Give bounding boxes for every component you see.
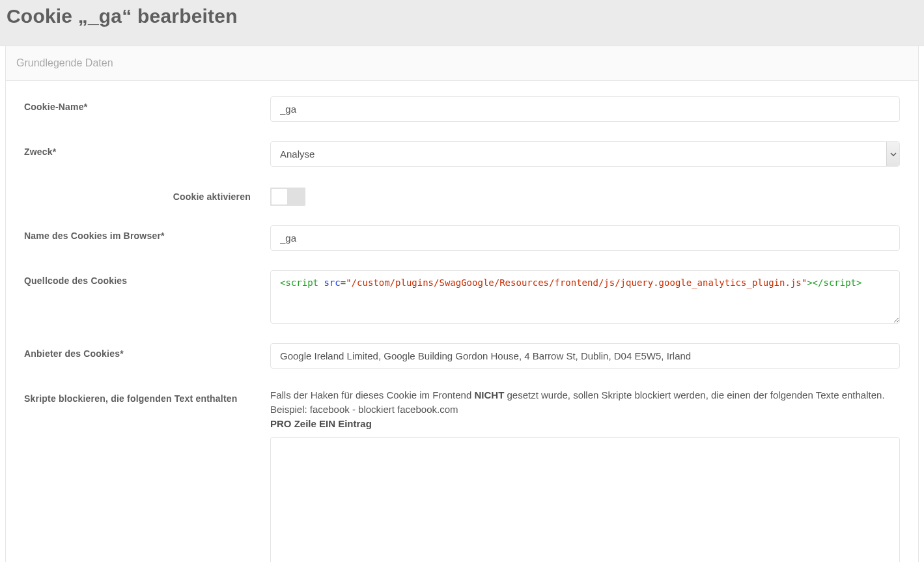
card-basic-data: Grundlegende Daten Cookie-Name* Zweck* C… — [5, 46, 919, 562]
code-tag-close-2: ipt> — [840, 277, 862, 288]
code-val: "/custom/plugins/SwagGoogle/Resources/fr… — [346, 277, 807, 288]
card-body: Cookie-Name* Zweck* Cookie aktivieren — [6, 81, 918, 562]
row-source-code: Quellcode des Cookies <script src="/cust… — [24, 270, 900, 324]
browser-name-input[interactable] — [270, 225, 900, 251]
label-cookie-name: Cookie-Name* — [24, 96, 270, 112]
code-eq: = — [341, 277, 346, 288]
row-browser-name: Name des Cookies im Browser* — [24, 225, 900, 251]
row-cookie-name: Cookie-Name* — [24, 96, 900, 122]
help-text-1b: NICHT — [474, 389, 504, 400]
label-purpose: Zweck* — [24, 141, 270, 157]
label-browser-name: Name des Cookies im Browser* — [24, 225, 270, 241]
row-block-scripts: Skripte blockieren, die folgenden Text e… — [24, 388, 900, 562]
label-block-scripts: Skripte blockieren, die folgenden Text e… — [24, 388, 270, 404]
chevron-down-icon[interactable] — [886, 142, 899, 166]
help-text-1a: Falls der Haken für dieses Cookie im Fro… — [270, 389, 474, 400]
activate-toggle[interactable] — [270, 188, 305, 206]
source-code-editor[interactable]: <script src="/custom/plugins/SwagGoogle/… — [270, 270, 900, 324]
purpose-select-value[interactable] — [270, 141, 900, 167]
row-provider: Anbieter des Cookies* — [24, 343, 900, 369]
code-tag-close-1: ></scr — [807, 277, 840, 288]
page-title: Cookie „_ga“ bearbeiten — [7, 5, 917, 27]
code-attr: src — [324, 277, 340, 288]
cookie-name-input[interactable] — [270, 96, 900, 122]
label-provider: Anbieter des Cookies* — [24, 343, 270, 359]
row-activate: Cookie aktivieren — [24, 186, 900, 206]
purpose-select[interactable] — [270, 141, 900, 167]
code-tag-open: <script — [280, 277, 324, 288]
row-purpose: Zweck* — [24, 141, 900, 167]
label-activate: Cookie aktivieren — [24, 186, 270, 202]
provider-input[interactable] — [270, 343, 900, 369]
page-header: Cookie „_ga“ bearbeiten — [0, 0, 924, 46]
card-title: Grundlegende Daten — [6, 46, 918, 81]
toggle-knob — [272, 189, 287, 204]
block-scripts-help: Falls der Haken für dieses Cookie im Fro… — [270, 388, 900, 430]
help-text-2: PRO Zeile EIN Eintrag — [270, 418, 372, 429]
block-scripts-textarea[interactable] — [270, 437, 900, 562]
label-source-code: Quellcode des Cookies — [24, 270, 270, 286]
